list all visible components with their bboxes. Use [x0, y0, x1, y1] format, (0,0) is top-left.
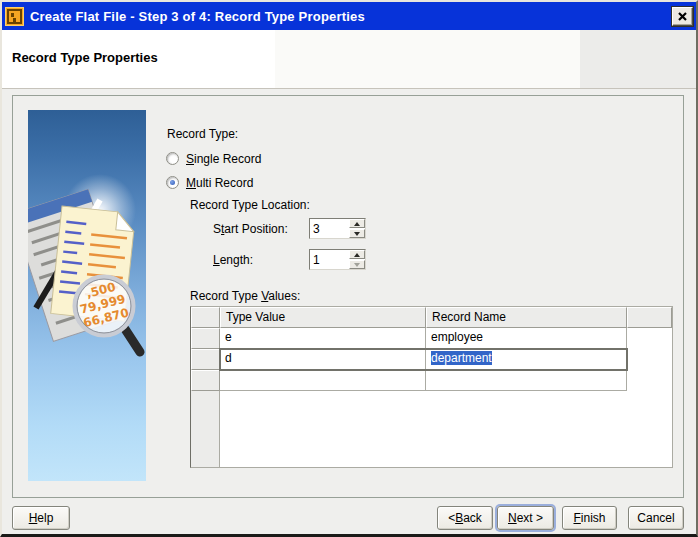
row-header-cell[interactable] — [191, 349, 220, 370]
app-icon[interactable] — [5, 7, 24, 26]
single-record-radio[interactable]: Single Record — [166, 151, 261, 166]
arrow-up-icon — [354, 222, 360, 226]
cell-record-name-editor[interactable]: department — [426, 349, 627, 370]
finish-button[interactable]: Finish — [562, 506, 617, 530]
length-down-button[interactable] — [349, 260, 365, 269]
radio-selected-icon — [166, 176, 179, 189]
multi-record-radio[interactable]: Multi Record — [166, 175, 253, 190]
close-button[interactable] — [672, 7, 693, 26]
table-row — [191, 370, 672, 391]
table-background[interactable] — [220, 391, 672, 467]
arrow-down-icon — [354, 263, 360, 267]
wizard-dialog: Create Flat File - Step 3 of 4: Record T… — [0, 0, 698, 537]
start-position-spinner — [309, 218, 366, 239]
record-type-values-label: Record Type Values: — [190, 289, 300, 304]
cell-record-name[interactable] — [426, 370, 627, 391]
page-title: Record Type Properties — [12, 50, 158, 65]
window-title: Create Flat File - Step 3 of 4: Record T… — [30, 9, 672, 24]
cell-type-value[interactable] — [220, 370, 426, 391]
cell-type-value[interactable]: e — [220, 328, 426, 349]
arrow-down-icon — [354, 232, 360, 236]
header-filler — [627, 307, 672, 328]
length-spinner — [309, 249, 366, 270]
wizard-graphic-panel: ,500 79,999 66,870 — [28, 110, 146, 481]
close-x-icon — [678, 12, 687, 21]
start-position-input[interactable] — [310, 219, 349, 238]
start-position-label: Start Position: — [213, 222, 288, 237]
table-header-row: Type Value Record Name — [191, 307, 672, 328]
arrow-up-icon — [354, 253, 360, 257]
cell-type-value[interactable]: d — [220, 349, 426, 370]
wizard-graphic: ,500 79,999 66,870 — [28, 110, 146, 480]
row-header-strip — [191, 391, 220, 467]
next-button[interactable]: Next > — [497, 506, 554, 530]
table-row-editing: d department — [191, 349, 672, 370]
row-header-cell[interactable] — [191, 328, 220, 349]
magnifier-graphic: ,500 79,999 66,870 — [75, 277, 140, 352]
radio-circle-icon — [166, 152, 179, 165]
length-up-button[interactable] — [349, 250, 365, 259]
back-button[interactable]: < Back — [437, 506, 493, 530]
start-position-down-button[interactable] — [349, 229, 365, 238]
table-corner-cell[interactable] — [191, 307, 220, 328]
column-header-record-name[interactable]: Record Name — [426, 307, 627, 328]
row-header-cell[interactable] — [191, 370, 220, 391]
cell-record-name[interactable]: employee — [426, 328, 627, 349]
cancel-button[interactable]: Cancel — [628, 506, 684, 530]
title-bar[interactable]: Create Flat File - Step 3 of 4: Record T… — [2, 2, 696, 30]
length-label: Length: — [213, 253, 253, 268]
length-input[interactable] — [310, 250, 349, 269]
help-button[interactable]: Help — [12, 506, 70, 530]
table-empty-area — [191, 391, 672, 467]
wizard-header: Record Type Properties — [2, 30, 696, 89]
record-type-label: Record Type: — [167, 127, 238, 142]
selected-text: department — [431, 351, 492, 365]
start-position-up-button[interactable] — [349, 219, 365, 228]
table-row: e employee — [191, 328, 672, 349]
record-type-values-table: Type Value Record Name e employee d depa… — [190, 306, 673, 468]
multi-record-label: Multi Record — [186, 176, 253, 190]
record-type-location-label: Record Type Location: — [190, 198, 310, 213]
column-header-type-value[interactable]: Type Value — [220, 307, 426, 328]
single-record-label: Single Record — [186, 152, 261, 166]
